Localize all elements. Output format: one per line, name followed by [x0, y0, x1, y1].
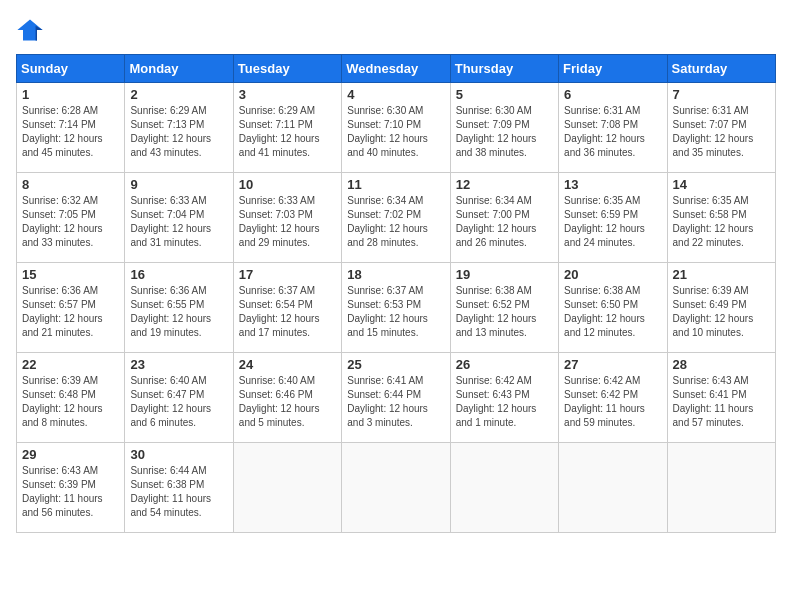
- day-info: Sunrise: 6:37 AMSunset: 6:54 PMDaylight:…: [239, 284, 336, 340]
- day-number: 8: [22, 177, 119, 192]
- calendar-cell: 27 Sunrise: 6:42 AMSunset: 6:42 PMDaylig…: [559, 353, 667, 443]
- calendar-cell: 10 Sunrise: 6:33 AMSunset: 7:03 PMDaylig…: [233, 173, 341, 263]
- calendar-cell: 2 Sunrise: 6:29 AMSunset: 7:13 PMDayligh…: [125, 83, 233, 173]
- calendar-week-row: 22 Sunrise: 6:39 AMSunset: 6:48 PMDaylig…: [17, 353, 776, 443]
- day-info: Sunrise: 6:31 AMSunset: 7:08 PMDaylight:…: [564, 104, 661, 160]
- day-number: 10: [239, 177, 336, 192]
- calendar-week-row: 15 Sunrise: 6:36 AMSunset: 6:57 PMDaylig…: [17, 263, 776, 353]
- day-number: 1: [22, 87, 119, 102]
- calendar-cell: 12 Sunrise: 6:34 AMSunset: 7:00 PMDaylig…: [450, 173, 558, 263]
- calendar-week-row: 29 Sunrise: 6:43 AMSunset: 6:39 PMDaylig…: [17, 443, 776, 533]
- day-info: Sunrise: 6:31 AMSunset: 7:07 PMDaylight:…: [673, 104, 770, 160]
- calendar-cell: 11 Sunrise: 6:34 AMSunset: 7:02 PMDaylig…: [342, 173, 450, 263]
- day-info: Sunrise: 6:41 AMSunset: 6:44 PMDaylight:…: [347, 374, 444, 430]
- day-number: 14: [673, 177, 770, 192]
- day-number: 27: [564, 357, 661, 372]
- calendar-cell: 6 Sunrise: 6:31 AMSunset: 7:08 PMDayligh…: [559, 83, 667, 173]
- calendar-cell: 30 Sunrise: 6:44 AMSunset: 6:38 PMDaylig…: [125, 443, 233, 533]
- calendar-cell: 8 Sunrise: 6:32 AMSunset: 7:05 PMDayligh…: [17, 173, 125, 263]
- calendar-dow-monday: Monday: [125, 55, 233, 83]
- calendar-cell: 5 Sunrise: 6:30 AMSunset: 7:09 PMDayligh…: [450, 83, 558, 173]
- day-number: 24: [239, 357, 336, 372]
- day-info: Sunrise: 6:39 AMSunset: 6:48 PMDaylight:…: [22, 374, 119, 430]
- calendar-dow-wednesday: Wednesday: [342, 55, 450, 83]
- day-info: Sunrise: 6:44 AMSunset: 6:38 PMDaylight:…: [130, 464, 227, 520]
- day-number: 22: [22, 357, 119, 372]
- day-info: Sunrise: 6:42 AMSunset: 6:43 PMDaylight:…: [456, 374, 553, 430]
- day-info: Sunrise: 6:34 AMSunset: 7:00 PMDaylight:…: [456, 194, 553, 250]
- day-info: Sunrise: 6:28 AMSunset: 7:14 PMDaylight:…: [22, 104, 119, 160]
- day-info: Sunrise: 6:38 AMSunset: 6:50 PMDaylight:…: [564, 284, 661, 340]
- day-info: Sunrise: 6:38 AMSunset: 6:52 PMDaylight:…: [456, 284, 553, 340]
- calendar-week-row: 8 Sunrise: 6:32 AMSunset: 7:05 PMDayligh…: [17, 173, 776, 263]
- day-info: Sunrise: 6:32 AMSunset: 7:05 PMDaylight:…: [22, 194, 119, 250]
- calendar-cell: [450, 443, 558, 533]
- calendar-cell: 22 Sunrise: 6:39 AMSunset: 6:48 PMDaylig…: [17, 353, 125, 443]
- calendar-header-row: SundayMondayTuesdayWednesdayThursdayFrid…: [17, 55, 776, 83]
- day-info: Sunrise: 6:40 AMSunset: 6:46 PMDaylight:…: [239, 374, 336, 430]
- calendar-dow-friday: Friday: [559, 55, 667, 83]
- calendar-cell: 17 Sunrise: 6:37 AMSunset: 6:54 PMDaylig…: [233, 263, 341, 353]
- day-number: 19: [456, 267, 553, 282]
- day-number: 11: [347, 177, 444, 192]
- day-info: Sunrise: 6:43 AMSunset: 6:41 PMDaylight:…: [673, 374, 770, 430]
- day-number: 3: [239, 87, 336, 102]
- day-number: 16: [130, 267, 227, 282]
- day-number: 29: [22, 447, 119, 462]
- day-number: 9: [130, 177, 227, 192]
- day-number: 4: [347, 87, 444, 102]
- calendar-cell: 26 Sunrise: 6:42 AMSunset: 6:43 PMDaylig…: [450, 353, 558, 443]
- calendar-dow-saturday: Saturday: [667, 55, 775, 83]
- calendar-cell: 3 Sunrise: 6:29 AMSunset: 7:11 PMDayligh…: [233, 83, 341, 173]
- calendar-cell: [342, 443, 450, 533]
- day-number: 23: [130, 357, 227, 372]
- calendar-cell: 23 Sunrise: 6:40 AMSunset: 6:47 PMDaylig…: [125, 353, 233, 443]
- day-info: Sunrise: 6:33 AMSunset: 7:03 PMDaylight:…: [239, 194, 336, 250]
- day-number: 25: [347, 357, 444, 372]
- calendar-cell: 13 Sunrise: 6:35 AMSunset: 6:59 PMDaylig…: [559, 173, 667, 263]
- calendar-dow-tuesday: Tuesday: [233, 55, 341, 83]
- day-number: 28: [673, 357, 770, 372]
- day-number: 7: [673, 87, 770, 102]
- calendar-cell: 4 Sunrise: 6:30 AMSunset: 7:10 PMDayligh…: [342, 83, 450, 173]
- calendar-cell: 14 Sunrise: 6:35 AMSunset: 6:58 PMDaylig…: [667, 173, 775, 263]
- day-info: Sunrise: 6:35 AMSunset: 6:58 PMDaylight:…: [673, 194, 770, 250]
- day-number: 12: [456, 177, 553, 192]
- calendar-cell: 24 Sunrise: 6:40 AMSunset: 6:46 PMDaylig…: [233, 353, 341, 443]
- calendar-cell: 9 Sunrise: 6:33 AMSunset: 7:04 PMDayligh…: [125, 173, 233, 263]
- calendar-cell: 19 Sunrise: 6:38 AMSunset: 6:52 PMDaylig…: [450, 263, 558, 353]
- calendar-cell: 16 Sunrise: 6:36 AMSunset: 6:55 PMDaylig…: [125, 263, 233, 353]
- day-number: 30: [130, 447, 227, 462]
- calendar-cell: 15 Sunrise: 6:36 AMSunset: 6:57 PMDaylig…: [17, 263, 125, 353]
- day-info: Sunrise: 6:39 AMSunset: 6:49 PMDaylight:…: [673, 284, 770, 340]
- day-info: Sunrise: 6:40 AMSunset: 6:47 PMDaylight:…: [130, 374, 227, 430]
- day-number: 21: [673, 267, 770, 282]
- day-info: Sunrise: 6:35 AMSunset: 6:59 PMDaylight:…: [564, 194, 661, 250]
- calendar-cell: [233, 443, 341, 533]
- logo-icon: [16, 16, 44, 44]
- day-info: Sunrise: 6:36 AMSunset: 6:55 PMDaylight:…: [130, 284, 227, 340]
- calendar-cell: 21 Sunrise: 6:39 AMSunset: 6:49 PMDaylig…: [667, 263, 775, 353]
- svg-marker-1: [36, 26, 43, 41]
- day-info: Sunrise: 6:36 AMSunset: 6:57 PMDaylight:…: [22, 284, 119, 340]
- day-number: 20: [564, 267, 661, 282]
- day-number: 18: [347, 267, 444, 282]
- day-number: 17: [239, 267, 336, 282]
- day-number: 15: [22, 267, 119, 282]
- day-info: Sunrise: 6:34 AMSunset: 7:02 PMDaylight:…: [347, 194, 444, 250]
- calendar-cell: 29 Sunrise: 6:43 AMSunset: 6:39 PMDaylig…: [17, 443, 125, 533]
- logo: [16, 16, 48, 44]
- calendar-week-row: 1 Sunrise: 6:28 AMSunset: 7:14 PMDayligh…: [17, 83, 776, 173]
- day-info: Sunrise: 6:42 AMSunset: 6:42 PMDaylight:…: [564, 374, 661, 430]
- day-number: 2: [130, 87, 227, 102]
- calendar-cell: 18 Sunrise: 6:37 AMSunset: 6:53 PMDaylig…: [342, 263, 450, 353]
- calendar-cell: [559, 443, 667, 533]
- day-number: 26: [456, 357, 553, 372]
- calendar-cell: 25 Sunrise: 6:41 AMSunset: 6:44 PMDaylig…: [342, 353, 450, 443]
- day-info: Sunrise: 6:33 AMSunset: 7:04 PMDaylight:…: [130, 194, 227, 250]
- day-number: 13: [564, 177, 661, 192]
- day-number: 6: [564, 87, 661, 102]
- calendar-dow-sunday: Sunday: [17, 55, 125, 83]
- day-info: Sunrise: 6:29 AMSunset: 7:13 PMDaylight:…: [130, 104, 227, 160]
- day-info: Sunrise: 6:30 AMSunset: 7:10 PMDaylight:…: [347, 104, 444, 160]
